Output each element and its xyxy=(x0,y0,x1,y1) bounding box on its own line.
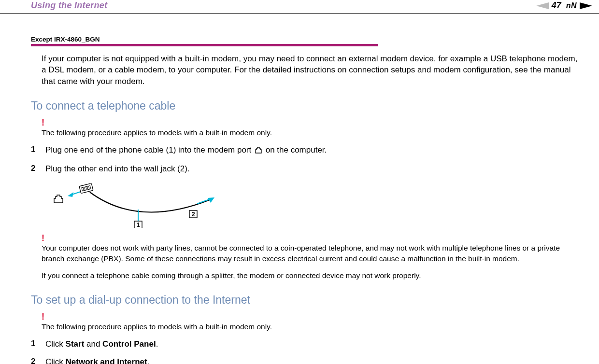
svg-line-11 xyxy=(197,199,211,204)
svg-marker-1 xyxy=(580,2,592,9)
warning-text-3: If you connect a telephone cable coming … xyxy=(31,270,584,281)
bold-start: Start xyxy=(66,339,85,349)
dialup-step-2: 2 Click Network and Internet. xyxy=(31,357,584,364)
step-number: 1 xyxy=(31,339,37,350)
warning-icon: ! xyxy=(31,312,584,321)
section-heading-connect-cable: To connect a telephone cable xyxy=(31,99,584,112)
svg-marker-3 xyxy=(68,192,73,197)
dialup-step-1: 1 Click Start and Control Panel. xyxy=(31,339,584,350)
step-text: Click Start and Control Panel. xyxy=(45,339,158,350)
warning-icon: ! xyxy=(31,234,584,242)
step-text: Plug one end of the phone cable (1) into… xyxy=(45,145,327,157)
page-header: Using the Internet 47 nN xyxy=(0,0,599,14)
step-text-post: on the computer. xyxy=(263,145,327,154)
step-text: Plug the other end into the wall jack (2… xyxy=(45,164,190,175)
step-number: 2 xyxy=(31,357,37,364)
cable-diagram: 1 2 xyxy=(42,183,584,228)
warning-text-4: The following procedure applies to model… xyxy=(31,322,584,332)
step-text-pre: Plug one end of the phone cable (1) into… xyxy=(45,145,254,154)
step-number: 1 xyxy=(31,145,37,157)
model-exception-label: Except IRX-4860_BGN xyxy=(31,36,378,46)
warning-icon: ! xyxy=(31,118,584,127)
step-2: 2 Plug the other end into the wall jack … xyxy=(31,164,584,175)
intro-paragraph: If your computer is not equipped with a … xyxy=(31,53,584,87)
bold-network-internet: Network and Internet xyxy=(66,357,147,364)
diagram-label-2: 2 xyxy=(191,210,195,218)
header-title: Using the Internet xyxy=(31,0,107,11)
header-nav: 47 nN xyxy=(536,0,592,11)
t: and xyxy=(84,339,102,349)
diagram-label-1: 1 xyxy=(136,221,140,228)
prev-page-arrow-icon[interactable] xyxy=(536,2,549,9)
warning-text-1: The following procedure applies to model… xyxy=(31,127,584,138)
bold-control-panel: Control Panel xyxy=(102,339,156,349)
next-page-arrow-icon[interactable] xyxy=(580,2,592,9)
nn-label: nN xyxy=(566,1,577,10)
t: . xyxy=(147,357,150,364)
t: Click xyxy=(45,357,66,364)
page-content: Except IRX-4860_BGN If your computer is … xyxy=(0,14,599,364)
section-heading-dialup: To set up a dial-up connection to the In… xyxy=(31,294,584,307)
warning-text-2: Your computer does not work with party l… xyxy=(31,243,584,264)
t: . xyxy=(156,339,158,349)
step-number: 2 xyxy=(31,164,37,175)
t: Click xyxy=(45,339,66,349)
page-number: 47 xyxy=(552,0,561,11)
modem-port-icon xyxy=(255,146,262,157)
step-text: Click Network and Internet. xyxy=(45,357,149,364)
svg-marker-0 xyxy=(536,2,549,9)
step-1: 1 Plug one end of the phone cable (1) in… xyxy=(31,145,584,157)
